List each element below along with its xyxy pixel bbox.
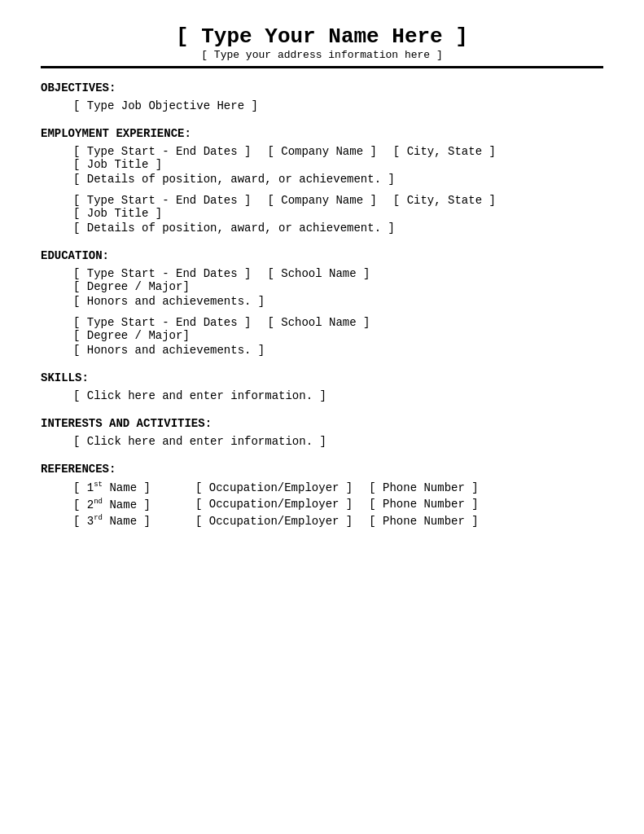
skills-content: [ Click here and enter information. ] (41, 389, 603, 402)
employment-entry-2-row1: [ Type Start - End Dates ] [ Company Nam… (73, 194, 603, 207)
address-field[interactable]: [ Type your address information here ] (41, 49, 603, 61)
emp2-company[interactable]: [ Company Name ] (267, 194, 376, 207)
education-section: EDUCATION: [ Type Start - End Dates ] [ … (41, 249, 603, 357)
objectives-title: OBJECTIVES: (41, 81, 603, 94)
employment-entry-2: [ Type Start - End Dates ] [ Company Nam… (73, 194, 603, 235)
emp2-details[interactable]: [ Details of position, award, or achieve… (73, 222, 603, 235)
reference-row-1: [ 1st Name ] [ Occupation/Employer ] [ P… (73, 481, 603, 494)
resume-header: [ Type Your Name Here ] [ Type your addr… (41, 24, 603, 61)
ref3-name[interactable]: [ 3rd Name ] (73, 514, 179, 528)
ref1-name[interactable]: [ 1st Name ] (73, 481, 179, 494)
education-entry-2: [ Type Start - End Dates ] [ School Name… (73, 316, 603, 357)
employment-entry-1: [ Type Start - End Dates ] [ Company Nam… (73, 145, 603, 186)
objectives-content: [ Type Job Objective Here ] (41, 99, 603, 112)
employment-section: EMPLOYMENT EXPERIENCE: [ Type Start - En… (41, 127, 603, 235)
edu2-degree[interactable]: [ Degree / Major] (73, 329, 603, 342)
ref3-phone[interactable]: [ Phone Number ] (369, 515, 491, 528)
edu2-school[interactable]: [ School Name ] (267, 316, 370, 329)
emp1-dates[interactable]: [ Type Start - End Dates ] (73, 145, 251, 158)
education-content: [ Type Start - End Dates ] [ School Name… (41, 267, 603, 357)
objectives-text[interactable]: [ Type Job Objective Here ] (73, 99, 603, 112)
ref2-occupation[interactable]: [ Occupation/Employer ] (195, 498, 353, 511)
header-divider (41, 66, 603, 68)
edu1-honors[interactable]: [ Honors and achievements. ] (73, 295, 603, 308)
emp1-details[interactable]: [ Details of position, award, or achieve… (73, 173, 603, 186)
edu2-honors[interactable]: [ Honors and achievements. ] (73, 344, 603, 357)
edu2-dates[interactable]: [ Type Start - End Dates ] (73, 316, 251, 329)
emp2-dates[interactable]: [ Type Start - End Dates ] (73, 194, 251, 207)
employment-content: [ Type Start - End Dates ] [ Company Nam… (41, 145, 603, 235)
reference-row-3: [ 3rd Name ] [ Occupation/Employer ] [ P… (73, 514, 603, 528)
interests-title: INTERESTS AND ACTIVITIES: (41, 417, 603, 430)
skills-title: SKILLS: (41, 371, 603, 384)
edu1-degree[interactable]: [ Degree / Major] (73, 280, 603, 293)
ref2-phone[interactable]: [ Phone Number ] (369, 498, 491, 511)
employment-title: EMPLOYMENT EXPERIENCE: (41, 127, 603, 140)
emp1-title[interactable]: [ Job Title ] (73, 158, 603, 171)
interests-section: INTERESTS AND ACTIVITIES: [ Click here a… (41, 417, 603, 448)
references-title: REFERENCES: (41, 463, 603, 476)
name-field[interactable]: [ Type Your Name Here ] (41, 24, 603, 49)
reference-row-2: [ 2nd Name ] [ Occupation/Employer ] [ P… (73, 498, 603, 511)
skills-text[interactable]: [ Click here and enter information. ] (73, 389, 603, 402)
ref1-ordinal: st (94, 481, 103, 489)
emp1-city[interactable]: [ City, State ] (393, 145, 496, 158)
edu1-dates[interactable]: [ Type Start - End Dates ] (73, 267, 251, 280)
ref2-ordinal: nd (94, 498, 103, 506)
objectives-section: OBJECTIVES: [ Type Job Objective Here ] (41, 81, 603, 112)
education-entry-2-row1: [ Type Start - End Dates ] [ School Name… (73, 316, 603, 329)
references-content: [ 1st Name ] [ Occupation/Employer ] [ P… (41, 481, 603, 528)
ref2-name[interactable]: [ 2nd Name ] (73, 498, 179, 511)
ref1-phone[interactable]: [ Phone Number ] (369, 481, 491, 494)
employment-entry-1-row1: [ Type Start - End Dates ] [ Company Nam… (73, 145, 603, 158)
ref3-ordinal: rd (94, 514, 103, 522)
education-entry-1-row1: [ Type Start - End Dates ] [ School Name… (73, 267, 603, 280)
education-title: EDUCATION: (41, 249, 603, 262)
interests-content: [ Click here and enter information. ] (41, 435, 603, 448)
education-entry-1: [ Type Start - End Dates ] [ School Name… (73, 267, 603, 308)
ref1-occupation[interactable]: [ Occupation/Employer ] (195, 481, 353, 494)
references-section: REFERENCES: [ 1st Name ] [ Occupation/Em… (41, 463, 603, 528)
emp2-title[interactable]: [ Job Title ] (73, 207, 603, 220)
edu1-school[interactable]: [ School Name ] (267, 267, 370, 280)
skills-section: SKILLS: [ Click here and enter informati… (41, 371, 603, 402)
ref3-occupation[interactable]: [ Occupation/Employer ] (195, 515, 353, 528)
interests-text[interactable]: [ Click here and enter information. ] (73, 435, 603, 448)
emp1-company[interactable]: [ Company Name ] (267, 145, 376, 158)
emp2-city[interactable]: [ City, State ] (393, 194, 496, 207)
